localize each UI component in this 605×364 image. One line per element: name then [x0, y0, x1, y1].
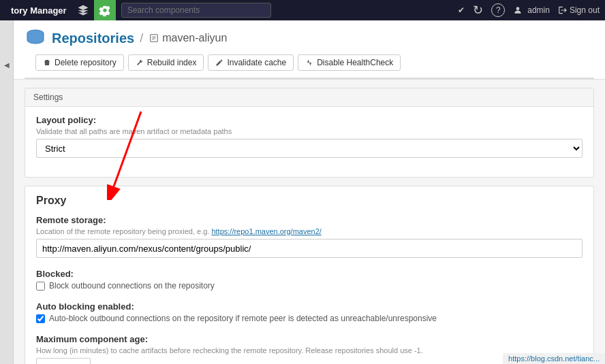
auto-blocking-checkbox-label: Auto-block outbound connections on the r… — [49, 314, 437, 323]
settings-section: Settings Layout policy: Validate that al… — [25, 88, 594, 178]
blocked-checkbox-label: Block outbound connections on the reposi… — [49, 281, 215, 291]
breadcrumb-sub: maven-aliyun — [149, 32, 227, 44]
layout-policy-field: Layout policy: Validate that all paths a… — [36, 115, 583, 158]
settings-body: Layout policy: Validate that all paths a… — [25, 107, 593, 177]
sidebar-collapse-arrow[interactable]: ◀ — [4, 61, 10, 69]
remote-storage-label: Remote storage: — [36, 215, 583, 225]
layout-policy-select[interactable]: Strict Permissive — [36, 139, 583, 158]
refresh-icon[interactable]: ↻ — [473, 3, 483, 18]
signout-icon — [558, 5, 568, 15]
gear-nav-icon[interactable] — [94, 0, 116, 20]
remote-storage-field: Remote storage: Location of the remote r… — [36, 215, 583, 258]
max-component-age-label: Maximum component age: — [36, 334, 583, 344]
box-nav-icon[interactable] — [72, 0, 94, 20]
max-component-age-hint: How long (in minutes) to cache artifacts… — [36, 346, 583, 354]
main-content: Repositories / maven-aliyun Delete repos… — [14, 20, 605, 364]
sidebar: ◀ — [0, 20, 14, 364]
blocked-checkbox-row: Block outbound connections on the reposi… — [36, 281, 583, 291]
max-component-age-field: Maximum component age: How long (in minu… — [36, 334, 583, 364]
settings-header: Settings — [25, 88, 593, 107]
help-icon[interactable]: ? — [491, 3, 505, 17]
status-ok-icon: ✔ — [458, 5, 465, 15]
search-input[interactable] — [121, 3, 271, 18]
max-component-age-input[interactable] — [36, 358, 91, 364]
repo-sub-icon — [149, 33, 159, 44]
remote-storage-hint-link[interactable]: https://repo1.maven.org/maven2/ — [211, 227, 321, 235]
repositories-icon — [25, 27, 46, 49]
wrench-icon — [136, 59, 144, 67]
blocked-field: Blocked: Block outbound connections on t… — [36, 269, 583, 291]
breadcrumb-separator: / — [140, 31, 143, 46]
cube-icon — [77, 4, 89, 16]
navbar: tory Manager ✔ ↻ ? admin Sign out — [0, 0, 605, 20]
svg-point-0 — [516, 7, 520, 10]
auto-blocking-field: Auto blocking enabled: Auto-block outbou… — [36, 301, 583, 323]
auto-blocking-checkbox[interactable] — [36, 314, 45, 323]
auto-blocking-checkbox-row: Auto-block outbound connections on the r… — [36, 314, 583, 323]
user-label: admin — [513, 5, 550, 15]
page-title: Repositories — [52, 31, 134, 46]
breadcrumb: Repositories / maven-aliyun — [25, 27, 594, 49]
app-title: tory Manager — [5, 5, 72, 16]
user-icon — [513, 5, 523, 15]
trash-icon — [43, 59, 51, 67]
chart-icon — [305, 59, 313, 67]
pencil-icon — [215, 59, 223, 67]
status-bar: https://blog.csdn.net/tianc... — [503, 353, 605, 364]
page-header: Repositories / maven-aliyun Delete repos… — [14, 20, 605, 80]
main-layout: ◀ Repositories / maven-aliyun — [0, 20, 605, 364]
blocked-checkbox[interactable] — [36, 282, 45, 291]
invalidate-cache-button[interactable]: Invalidate cache — [208, 54, 294, 71]
delete-repository-button[interactable]: Delete repository — [35, 54, 124, 71]
signout-button[interactable]: Sign out — [558, 5, 600, 15]
layout-policy-label: Layout policy: — [36, 115, 583, 125]
disable-healthcheck-button[interactable]: Disable HealthCheck — [298, 54, 401, 71]
settings-icon — [99, 4, 111, 16]
action-bar: Delete repository Rebuild index Invalida… — [25, 54, 594, 79]
remote-storage-input[interactable] — [36, 239, 583, 258]
auto-blocking-label: Auto blocking enabled: — [36, 301, 583, 312]
blocked-label: Blocked: — [36, 269, 583, 279]
remote-storage-hint: Location of the remote repository being … — [36, 227, 583, 235]
proxy-section: Proxy Remote storage: Location of the re… — [25, 186, 594, 364]
navbar-right: ✔ ↻ ? admin Sign out — [458, 3, 600, 18]
rebuild-index-button[interactable]: Rebuild index — [128, 54, 204, 71]
proxy-title: Proxy — [36, 195, 583, 207]
layout-policy-hint: Validate that all paths are maven artifa… — [36, 127, 583, 135]
